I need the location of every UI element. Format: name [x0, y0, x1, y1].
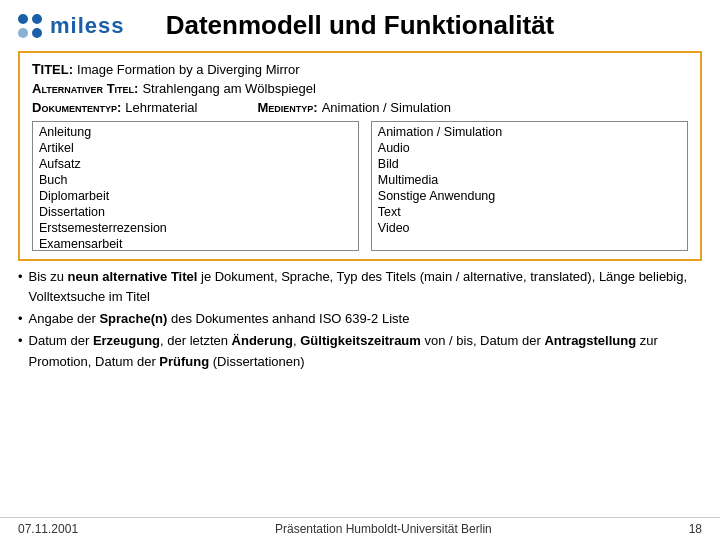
- titel-row: TITEL: Image Formation by a Diverging Mi…: [32, 61, 688, 77]
- list-item[interactable]: Video: [376, 220, 683, 236]
- bullets-section: • Bis zu neun alternative Titel je Dokum…: [18, 267, 702, 372]
- dot-bl: [18, 28, 28, 38]
- main-box: TITEL: Image Formation by a Diverging Mi…: [18, 51, 702, 261]
- dok-col: Dokumententyp: Lehrmaterial: [32, 100, 198, 115]
- bullet-3: • Datum der Erzeugung, der letzten Änder…: [18, 331, 702, 371]
- list-item[interactable]: Dissertation: [37, 204, 354, 220]
- logo-text: miless: [50, 13, 125, 39]
- bullet-text-1: Bis zu neun alternative Titel je Dokumen…: [29, 267, 702, 307]
- list-item[interactable]: Text: [376, 204, 683, 220]
- alt-titel-label: Alternativer Titel:: [32, 81, 138, 96]
- footer: 07.11.2001 Präsentation Humboldt-Univers…: [0, 517, 720, 540]
- list-item[interactable]: Bild: [376, 156, 683, 172]
- list-item[interactable]: Examensarbeit: [37, 236, 354, 251]
- list-item[interactable]: Diplomarbeit: [37, 188, 354, 204]
- footer-center: Präsentation Humboldt-Universität Berlin: [275, 522, 492, 536]
- titel-label: TITEL:: [32, 61, 73, 77]
- footer-page: 18: [689, 522, 702, 536]
- bullet-sym-3: •: [18, 331, 23, 351]
- list-item[interactable]: Anleitung: [37, 124, 354, 140]
- titel-value: Image Formation by a Diverging Mirror: [77, 62, 300, 77]
- page-title: Datenmodell und Funktionalität: [138, 10, 582, 41]
- header: miless Datenmodell und Funktionalität: [0, 0, 720, 47]
- dot-tr: [32, 14, 42, 24]
- bullet-text-2: Angabe der Sprache(n) des Dokumentes anh…: [29, 309, 410, 329]
- dot-tl: [18, 14, 28, 24]
- dok-label: Dokumententyp:: [32, 100, 121, 115]
- bullet-sym-2: •: [18, 309, 23, 329]
- footer-date: 07.11.2001: [18, 522, 78, 536]
- list-item[interactable]: Buch: [37, 172, 354, 188]
- med-value: Animation / Simulation: [322, 100, 451, 115]
- med-label: Medientyp:: [258, 100, 318, 115]
- right-listbox[interactable]: Animation / SimulationAudioBildMultimedi…: [371, 121, 688, 251]
- bullet-sym-1: •: [18, 267, 23, 287]
- dok-med-row: Dokumententyp: Lehrmaterial Medientyp: A…: [32, 100, 688, 115]
- list-item[interactable]: Aufsatz: [37, 156, 354, 172]
- list-item[interactable]: Erstsemesterrezension: [37, 220, 354, 236]
- bullet-2: • Angabe der Sprache(n) des Dokumentes a…: [18, 309, 702, 329]
- bullet-1: • Bis zu neun alternative Titel je Dokum…: [18, 267, 702, 307]
- list-item[interactable]: Audio: [376, 140, 683, 156]
- alt-titel-value: Strahlengang am Wölbspiegel: [142, 81, 315, 96]
- lists-area: AnleitungArtikelAufsatzBuchDiplomarbeitD…: [32, 121, 688, 251]
- left-listbox[interactable]: AnleitungArtikelAufsatzBuchDiplomarbeitD…: [32, 121, 359, 251]
- bullet-text-3: Datum der Erzeugung, der letzten Änderun…: [29, 331, 702, 371]
- med-col: Medientyp: Animation / Simulation: [258, 100, 452, 115]
- list-item[interactable]: Sonstige Anwendung: [376, 188, 683, 204]
- logo-dots: [18, 14, 42, 38]
- list-item[interactable]: Animation / Simulation: [376, 124, 683, 140]
- list-item[interactable]: Artikel: [37, 140, 354, 156]
- dok-value: Lehrmaterial: [125, 100, 197, 115]
- logo-area: miless: [18, 13, 138, 39]
- alt-titel-row: Alternativer Titel: Strahlengang am Wölb…: [32, 81, 688, 96]
- dot-br: [32, 28, 42, 38]
- list-item[interactable]: Multimedia: [376, 172, 683, 188]
